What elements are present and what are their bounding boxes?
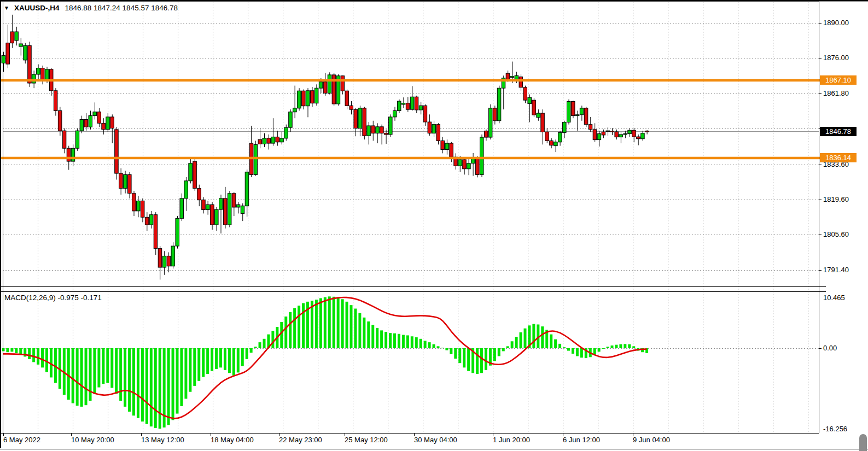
candle-body [419, 106, 423, 110]
candle-body [571, 102, 575, 116]
candle-body [62, 131, 66, 148]
candle-body [380, 127, 384, 133]
macd-histogram-bar [524, 329, 527, 348]
macd-histogram-bar [428, 342, 431, 348]
candle-body [628, 130, 632, 133]
macd-histogram-bar [554, 339, 557, 348]
candle-body [506, 73, 510, 79]
macd-histogram-bar [37, 348, 39, 365]
macd-histogram-bar [128, 348, 131, 412]
candle-body [314, 88, 318, 103]
candle-body [563, 122, 567, 133]
candle-body [263, 138, 266, 144]
macd-histogram-bar [445, 348, 448, 350]
candle-body [463, 160, 467, 169]
macd-histogram-bar [358, 313, 361, 348]
macd-histogram-bar [541, 326, 544, 348]
macd-histogram-bar [237, 348, 240, 372]
macd-histogram-bar [433, 344, 435, 348]
candle-body [358, 108, 362, 128]
macd-histogram-bar [298, 306, 300, 348]
macd-histogram-bar [380, 330, 383, 348]
macd-histogram-bar [93, 348, 96, 394]
candle-body [515, 75, 519, 79]
candle-body [54, 91, 57, 111]
symbol-period-label: XAUUSD-,H4 [14, 4, 60, 12]
macd-histogram-bar [319, 298, 322, 348]
candle-body [41, 68, 45, 81]
candle-body [132, 194, 136, 211]
candle-body [467, 163, 471, 169]
time-tick-label: 13 May 12:00 [141, 436, 184, 444]
macd-histogram-bar [498, 348, 500, 356]
candle-body [606, 131, 610, 131]
macd-histogram-bar [206, 348, 209, 374]
time-tick-label: 10 May 20:00 [71, 436, 114, 444]
macd-histogram-bar [180, 348, 183, 406]
macd-histogram-bar [45, 348, 48, 372]
candle-body [519, 77, 523, 87]
candle-body [276, 137, 279, 142]
macd-histogram-bar [476, 348, 479, 374]
macd-histogram-bar [115, 348, 118, 394]
macd-histogram-bar [385, 332, 387, 348]
price-tick-label: 1805.60 [823, 230, 849, 239]
macd-indicator-label: MACD(12,26,9) -0.975 -0.171 [4, 294, 102, 302]
candle-body [523, 87, 527, 100]
macd-histogram-bar [363, 318, 365, 348]
candle-body [45, 69, 49, 81]
macd-histogram-bar [506, 346, 509, 348]
macd-histogram-bar [193, 348, 196, 386]
macd-histogram-bar [284, 317, 287, 348]
candle-body [597, 134, 601, 140]
candle-body [289, 112, 293, 127]
candle-body [223, 198, 227, 225]
candle-body [584, 108, 588, 125]
candle-body [58, 110, 62, 131]
macd-histogram-bar [110, 348, 113, 388]
candle-body [476, 157, 480, 174]
macd-histogram-bar [211, 348, 213, 371]
macd-histogram-bar [259, 342, 261, 348]
candle-body [484, 131, 488, 137]
macd-histogram-bar [141, 348, 144, 421]
chart-area[interactable] [0, 0, 868, 451]
vertical-scrollbar-thumb[interactable] [859, 434, 867, 451]
macd-histogram-bar [150, 348, 153, 426]
macd-histogram-bar [337, 298, 340, 348]
candle-body [554, 142, 558, 146]
macd-histogram-bar [463, 348, 465, 367]
macd-histogram-bar [558, 344, 561, 348]
candle-body [602, 132, 605, 135]
macd-histogram-bar [263, 339, 266, 348]
candle-body [28, 45, 32, 83]
candle-body [37, 68, 40, 74]
macd-histogram-bar [333, 297, 335, 348]
macd-histogram-bar [441, 348, 444, 348]
candle-body [493, 108, 497, 121]
candle-body [80, 120, 84, 131]
candle-body [89, 116, 92, 127]
candle-body [189, 163, 193, 181]
candle-body [545, 132, 549, 140]
price-tick-label: 1819.60 [823, 195, 849, 204]
candle-body [67, 148, 71, 161]
macd-histogram-bar [511, 341, 514, 348]
candle-body [280, 138, 284, 142]
candle-body [575, 115, 579, 116]
macd-histogram-bar [80, 348, 83, 407]
candle-body [271, 137, 275, 143]
macd-histogram-bar [67, 348, 70, 400]
macd-histogram-bar [632, 346, 635, 348]
candle-body [219, 198, 223, 209]
macd-histogram-bar [324, 297, 327, 348]
time-tick-label: 1 Jun 20:00 [493, 436, 530, 444]
collapse-triangle-icon[interactable]: ▼ [4, 4, 9, 13]
time-tick-label: 6 Jun 12:00 [563, 436, 600, 444]
time-tick-label: 6 May 2022 [3, 436, 40, 444]
candle-body [450, 143, 453, 157]
candle-body [180, 198, 184, 219]
macd-histogram-bar [398, 334, 400, 348]
candle-body [202, 200, 206, 210]
candle-body [176, 219, 179, 246]
